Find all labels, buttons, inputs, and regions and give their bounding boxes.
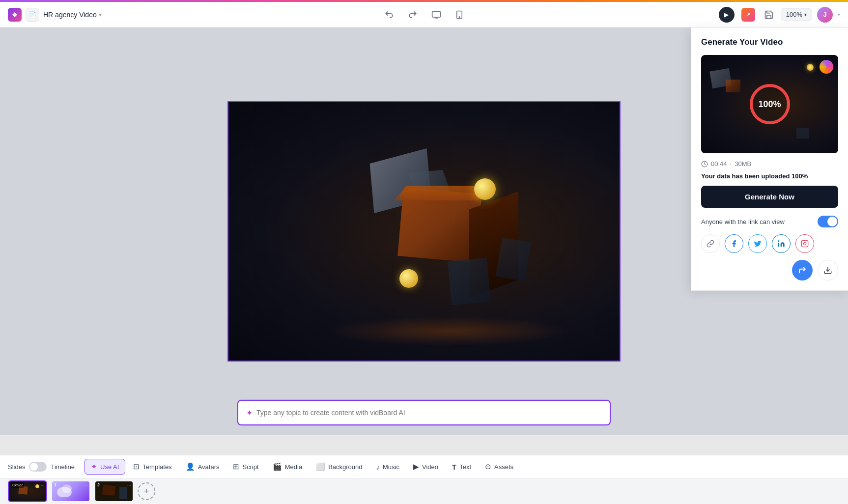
video-icon: ▶ xyxy=(413,462,419,471)
svg-point-2 xyxy=(459,16,460,17)
box4 xyxy=(496,237,532,281)
share-header-button[interactable]: ↗ xyxy=(739,6,757,24)
facebook-icon[interactable] xyxy=(725,234,743,253)
yellow-ball1 xyxy=(474,178,496,200)
mobile-view-button[interactable] xyxy=(453,8,466,22)
toolbar-text[interactable]: T Text xyxy=(446,460,477,474)
text-icon: T xyxy=(452,463,456,471)
toolbar-use-ai[interactable]: ✦ Use AI xyxy=(85,459,125,475)
action-row xyxy=(701,260,838,280)
slide-cover-label: Cover xyxy=(11,482,24,488)
share-toggle[interactable] xyxy=(818,216,838,227)
twitter-icon[interactable] xyxy=(748,234,767,253)
toolbar-avatars[interactable]: 👤 Avatars xyxy=(180,459,226,474)
slide-2-number: 2 xyxy=(97,482,100,487)
meta-row: 00:44 · 30MB xyxy=(701,160,838,168)
avatar-dropdown[interactable]: ▾ xyxy=(838,12,840,17)
slide-1-menu[interactable]: ··· xyxy=(84,482,88,488)
toggle-on-knob xyxy=(827,217,837,226)
music-icon: ♪ xyxy=(376,463,380,471)
slides-label: Slides xyxy=(8,463,25,471)
header: 📄 HR agency Video ▾ ▶ ↗ xyxy=(0,2,848,28)
toolbar-media[interactable]: 🎬 Media xyxy=(267,459,308,474)
slides-timeline-toggle[interactable] xyxy=(29,462,47,472)
avatars-icon: 👤 xyxy=(186,462,195,471)
yellow-ball2 xyxy=(399,269,418,288)
toolbar-background[interactable]: ⬜ Background xyxy=(310,459,368,474)
slide-room-item xyxy=(119,487,127,499)
generate-now-button[interactable]: Generate Now xyxy=(701,186,838,208)
video-preview: 100% xyxy=(701,55,838,153)
download-action-button[interactable] xyxy=(818,260,838,280)
slide-cloud xyxy=(62,484,72,493)
link-icon[interactable] xyxy=(701,234,720,253)
toolbar-assets[interactable]: ⊙ Assets xyxy=(479,459,519,474)
ai-input-bar[interactable]: ✦ xyxy=(237,400,611,425)
header-left: 📄 HR agency Video ▾ xyxy=(8,8,719,22)
preview-box3 xyxy=(796,128,809,139)
script-icon: ⊞ xyxy=(233,462,239,471)
social-icons-row xyxy=(701,234,838,253)
ai-icon: ✦ xyxy=(246,408,253,418)
clock-icon xyxy=(701,161,708,168)
box3 xyxy=(448,258,491,306)
scene xyxy=(228,102,620,361)
linkedin-icon[interactable] xyxy=(772,234,791,253)
video-canvas xyxy=(227,101,621,362)
project-icon: 📄 xyxy=(26,8,39,22)
redo-button[interactable] xyxy=(406,8,420,22)
preview-box2 xyxy=(726,80,740,92)
toolbar-music[interactable]: ♪ Music xyxy=(370,460,405,474)
avatar[interactable]: J xyxy=(817,7,833,23)
toolbar-video[interactable]: ▶ Video xyxy=(407,459,444,474)
toolbar-script[interactable]: ⊞ Script xyxy=(227,459,264,474)
templates-icon: ⊡ xyxy=(133,462,140,471)
zoom-control[interactable]: 100% ▾ xyxy=(781,8,812,21)
svg-rect-0 xyxy=(432,11,441,17)
logo-icon xyxy=(8,8,22,22)
assets-icon: ⊙ xyxy=(485,462,491,471)
toolbar-templates[interactable]: ⊡ Templates xyxy=(127,459,177,474)
background-icon: ⬜ xyxy=(316,462,325,471)
progress-text: 100% xyxy=(758,99,781,110)
slide-thumb-2[interactable]: 2 ··· xyxy=(94,480,134,502)
slide-mini-ball xyxy=(35,484,39,488)
slide-1-number: 1 xyxy=(54,482,57,487)
panel-title: Generate Your Video xyxy=(701,37,838,47)
add-slide-button[interactable]: + xyxy=(138,482,155,500)
ai-input-field[interactable] xyxy=(256,409,602,417)
slides-strip: Cover ··· 1 ··· 2 ··· + xyxy=(0,478,848,504)
floor-glow xyxy=(327,316,570,346)
play-button[interactable]: ▶ xyxy=(719,7,735,23)
duration-text: 00:44 xyxy=(711,160,727,168)
header-right: ▶ ↗ 100% ▾ J ▾ xyxy=(719,6,840,24)
meta-dot: · xyxy=(730,160,732,168)
bottom-toolbar: Slides Timeline ✦ Use AI ⊡ Templates 👤 A… xyxy=(0,455,848,478)
use-ai-icon: ✦ xyxy=(91,462,97,471)
undo-button[interactable] xyxy=(382,8,396,22)
project-title[interactable]: HR agency Video ▾ xyxy=(43,11,102,19)
header-center xyxy=(382,8,466,22)
preview-ball xyxy=(807,64,814,71)
save-button[interactable] xyxy=(762,8,776,22)
progress-circle: 100% xyxy=(748,82,792,126)
media-icon: 🎬 xyxy=(273,462,282,471)
desktop-view-button[interactable] xyxy=(429,8,443,22)
size-text: 30MB xyxy=(735,160,751,168)
upload-status: Your data has been uploaded 100% xyxy=(701,172,838,180)
share-action-button[interactable] xyxy=(792,260,813,280)
slide-thumb-1[interactable]: 1 ··· xyxy=(51,480,90,502)
slide-cover-menu[interactable]: ··· xyxy=(41,482,45,488)
svg-point-6 xyxy=(778,240,779,242)
share-row: Anyone with the link can view xyxy=(701,216,838,227)
timeline-label: Timeline xyxy=(51,463,75,471)
share-label: Anyone with the link can view xyxy=(701,218,785,225)
slide-2-menu[interactable]: ··· xyxy=(127,482,131,488)
instagram-icon[interactable] xyxy=(795,234,814,253)
preview-badge xyxy=(820,60,833,74)
slide-room-box xyxy=(102,485,115,496)
generate-panel: Generate Your Video 100% xyxy=(691,28,848,291)
svg-rect-7 xyxy=(801,240,808,247)
toggle-knob xyxy=(30,463,38,471)
slide-thumb-cover[interactable]: Cover ··· xyxy=(8,480,47,502)
